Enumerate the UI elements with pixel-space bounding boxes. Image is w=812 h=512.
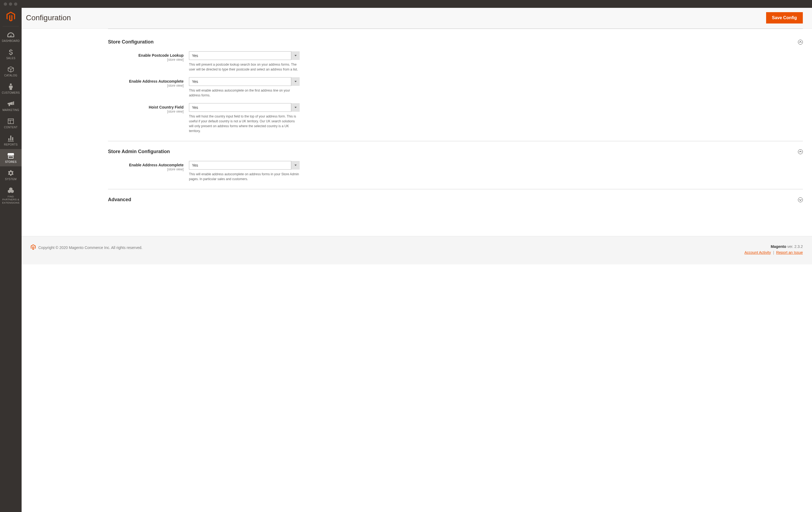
nav-label: CONTENT [3, 126, 19, 129]
sidebar-item-marketing[interactable]: MARKETING [0, 97, 22, 114]
config-form: Store Configuration Enable Postcode Look… [22, 29, 812, 220]
field-label: Enable Postcode Lookup [108, 53, 183, 58]
field-enable-postcode-lookup: Enable Postcode Lookup [store view] Yes [108, 51, 803, 72]
page-title: Configuration [26, 13, 71, 22]
report-issue-link[interactable]: Report an Issue [776, 250, 803, 255]
field-help: This will present a postcode lookup sear… [189, 62, 300, 72]
version-text: Magento ver. 2.3.2 [745, 245, 803, 249]
sidebar-item-content[interactable]: CONTENT [0, 114, 22, 132]
save-config-button[interactable]: Save Config [766, 12, 803, 24]
section-title: Store Admin Configuration [108, 149, 170, 154]
sidebar-item-stores[interactable]: STORES [0, 149, 22, 166]
window-chrome [0, 0, 812, 8]
section-title: Advanced [108, 197, 131, 202]
nav-label: SALES [5, 57, 17, 60]
page-header: Configuration Save Config [22, 8, 812, 29]
field-admin-enable-address-autocomplete: Enable Address Autocomplete [store view]… [108, 161, 803, 181]
storefront-icon [7, 152, 14, 159]
sidebar-item-find-partners[interactable]: FIND PARTNERS & EXTENSIONS [0, 183, 22, 207]
field-scope: [store view] [108, 110, 183, 113]
nav-label: MARKETING [1, 109, 20, 112]
field-scope: [store view] [108, 58, 183, 62]
nav-label: CUSTOMERS [1, 91, 21, 94]
select-admin-enable-address-autocomplete[interactable]: Yes [189, 161, 300, 170]
chevron-up-icon [798, 149, 803, 154]
sidebar-item-sales[interactable]: SALES [0, 46, 22, 63]
gauge-icon [7, 31, 14, 38]
megaphone-icon [7, 101, 14, 108]
section-toggle-store-configuration[interactable]: Store Configuration [108, 32, 803, 51]
field-help: This will enable address autocomplete on… [189, 172, 300, 181]
magento-logo-icon[interactable] [6, 8, 15, 26]
nav-label: REPORTS [3, 143, 19, 146]
person-icon [9, 83, 13, 90]
select-enable-postcode-lookup[interactable]: Yes [189, 51, 300, 60]
section-store-configuration: Store Configuration Enable Postcode Look… [108, 29, 803, 141]
nav-label: FIND PARTNERS & EXTENSIONS [0, 195, 22, 204]
divider: | [773, 250, 774, 255]
field-enable-address-autocomplete: Enable Address Autocomplete [store view]… [108, 77, 803, 98]
sidebar-item-system[interactable]: SYSTEM [0, 166, 22, 183]
boxes-icon [8, 187, 14, 194]
sidebar-item-reports[interactable]: REPORTS [0, 132, 22, 149]
field-label: Hoist Country Field [108, 105, 183, 110]
chevron-up-icon [798, 40, 803, 45]
select-enable-address-autocomplete[interactable]: Yes [189, 77, 300, 86]
field-help: This will enable address autocomplete on… [189, 88, 300, 98]
chevron-down-icon [798, 197, 803, 202]
section-title: Store Configuration [108, 39, 154, 45]
page-footer: Copyright © 2020 Magento Commerce Inc. A… [22, 236, 812, 264]
sidebar-item-dashboard[interactable]: DASHBOARD [0, 28, 22, 46]
section-advanced: Advanced [108, 189, 803, 209]
nav-label: DASHBOARD [1, 39, 21, 43]
copyright-text: Copyright © 2020 Magento Commerce Inc. A… [38, 246, 142, 250]
field-scope: [store view] [108, 167, 183, 171]
nav-label: STORES [4, 161, 18, 164]
account-activity-link[interactable]: Account Activity [745, 250, 771, 255]
bar-chart-icon [8, 135, 14, 142]
section-toggle-store-admin-configuration[interactable]: Store Admin Configuration [108, 141, 803, 161]
select-hoist-country[interactable]: Yes [189, 103, 300, 112]
magento-logo-small-icon [31, 245, 36, 251]
box-icon [8, 66, 14, 73]
field-scope: [store view] [108, 84, 183, 87]
dollar-icon [9, 49, 13, 56]
nav-label: SYSTEM [4, 178, 18, 181]
layout-icon [8, 118, 14, 125]
admin-sidebar: DASHBOARD SALES CATALOG CUSTOMERS MARKET… [0, 8, 22, 264]
field-help: This will hoist the country input field … [189, 114, 300, 134]
window-minimize-dot[interactable] [9, 2, 12, 6]
window-close-dot[interactable] [4, 2, 7, 6]
sidebar-item-customers[interactable]: CUSTOMERS [0, 80, 22, 97]
sidebar-item-catalog[interactable]: CATALOG [0, 63, 22, 80]
gear-icon [8, 170, 14, 177]
nav-label: CATALOG [3, 74, 18, 77]
section-toggle-advanced[interactable]: Advanced [108, 189, 803, 209]
field-label: Enable Address Autocomplete [108, 79, 183, 84]
main-content: Configuration Save Config Store Configur… [22, 8, 812, 264]
section-store-admin-configuration: Store Admin Configuration Enable Address… [108, 141, 803, 189]
field-label: Enable Address Autocomplete [108, 163, 183, 167]
field-hoist-country: Hoist Country Field [store view] Yes [108, 103, 803, 134]
window-maximize-dot[interactable] [14, 2, 17, 6]
